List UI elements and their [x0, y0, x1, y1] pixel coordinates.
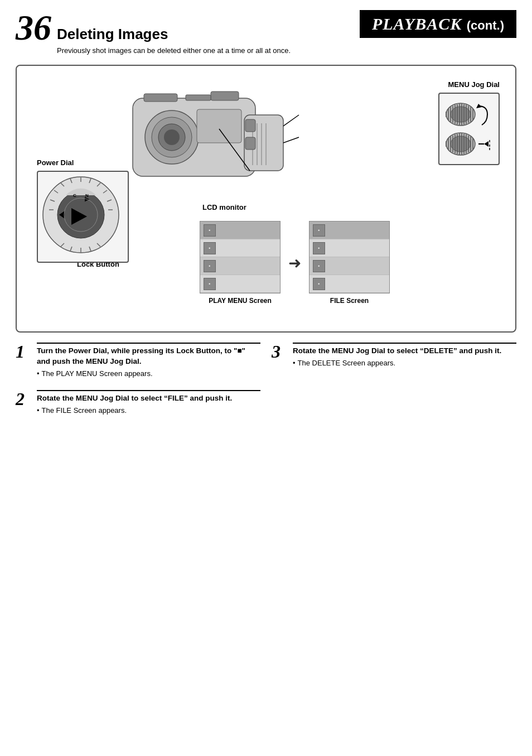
- file-thumb-3: ▪: [313, 260, 325, 272]
- section-cont: (cont.): [467, 18, 504, 32]
- svg-line-15: [283, 115, 299, 126]
- play-menu-screen: ▪ ▪ ▪ ▪: [200, 221, 280, 293]
- label-menu-jog: MENU Jog Dial: [448, 80, 500, 89]
- screen-row-3: ▪: [200, 257, 280, 275]
- file-row-1: ▪: [309, 221, 389, 239]
- camera-illustration: [99, 81, 300, 217]
- label-file-screen: FILE Screen: [309, 297, 390, 305]
- bullet-3: •: [293, 359, 296, 367]
- file-thumb-4: ▪: [313, 278, 325, 290]
- step-1: 1 Turn the Power Dial, while pressing it…: [16, 343, 260, 378]
- svg-rect-6: [197, 109, 241, 143]
- file-row-4: ▪: [309, 275, 389, 293]
- svg-point-60: [451, 136, 471, 152]
- bullet-1: •: [37, 369, 40, 378]
- file-screen: ▪ ▪ ▪ ▪: [309, 221, 390, 293]
- svg-text:N: N: [85, 193, 89, 198]
- step-3: 3 Rotate the MENU Jog Dial to select “DE…: [272, 343, 516, 367]
- screen-row-1: ▪: [200, 221, 280, 239]
- jog-dial-box: [438, 93, 500, 165]
- camera-area: Power Dial Lock Button LCD monitor MENU …: [27, 76, 505, 310]
- step-2-main: Rotate the MENU Jog Dial to select “FILE…: [37, 393, 260, 404]
- svg-point-5: [164, 129, 180, 145]
- step-1-main: Turn the Power Dial, while pressing its …: [37, 346, 260, 367]
- thumbnail-1: ▪: [204, 224, 216, 237]
- svg-line-16: [283, 137, 299, 143]
- thumbnail-4: ▪: [204, 278, 216, 290]
- svg-point-44: [451, 107, 471, 122]
- diagram-box: Power Dial Lock Button LCD monitor MENU …: [16, 65, 516, 333]
- step-2-number: 2: [16, 390, 31, 415]
- svg-rect-18: [186, 95, 211, 100]
- step-3-main: Rotate the MENU Jog Dial to select “DELE…: [293, 346, 516, 357]
- screen-arrow: ➜: [288, 254, 301, 272]
- step-3-detail: •The DELETE Screen appears.: [293, 359, 516, 367]
- svg-rect-7: [144, 94, 177, 102]
- section-title: PLAYBACK: [372, 15, 462, 33]
- steps-right-col: 3 Rotate the MENU Jog Dial to select “DE…: [272, 343, 516, 427]
- svg-marker-74: [484, 141, 489, 147]
- bullet-2: •: [37, 406, 40, 415]
- file-thumb-2: ▪: [313, 242, 325, 254]
- step-3-number: 3: [272, 343, 287, 367]
- screen-row-2: ▪: [200, 239, 280, 257]
- file-row-3: ▪: [309, 257, 389, 275]
- step-1-number: 1: [16, 343, 31, 378]
- svg-text:C: C: [73, 193, 76, 198]
- svg-rect-8: [211, 92, 239, 100]
- step-2: 2 Rotate the MENU Jog Dial to select “FI…: [16, 390, 260, 415]
- page-header: 36 Deleting Images Previously shot image…: [0, 0, 532, 55]
- page-title: Deleting Images: [57, 26, 360, 43]
- step-2-content: Rotate the MENU Jog Dial to select “FILE…: [37, 390, 260, 415]
- page-number: 36: [16, 10, 51, 46]
- label-power-dial: Power Dial: [37, 158, 74, 167]
- thumbnail-2: ▪: [204, 242, 216, 254]
- step-3-content: Rotate the MENU Jog Dial to select “DELE…: [293, 343, 516, 367]
- file-row-2: ▪: [309, 239, 389, 257]
- svg-rect-13: [245, 119, 255, 132]
- screen-row-4: ▪: [200, 275, 280, 293]
- thumbnail-3: ▪: [204, 260, 216, 272]
- section-header: PLAYBACK (cont.): [360, 10, 516, 38]
- power-dial-box: ▶ N C: [37, 171, 129, 263]
- screen-panels: ▪ ▪ ▪ ▪ PLAY MENU Screen: [200, 221, 390, 305]
- step-1-detail: •The PLAY MENU Screen appears.: [37, 369, 260, 378]
- steps-left-col: 1 Turn the Power Dial, while pressing it…: [16, 343, 260, 427]
- page-subtitle: Previously shot images can be deleted ei…: [57, 46, 360, 55]
- step-1-content: Turn the Power Dial, while pressing its …: [37, 343, 260, 378]
- file-thumb-1: ▪: [313, 224, 325, 237]
- page-title-block: Deleting Images Previously shot images c…: [51, 10, 360, 55]
- step-2-detail: •The FILE Screen appears.: [37, 406, 260, 415]
- steps-section: 1 Turn the Power Dial, while pressing it…: [0, 343, 532, 427]
- svg-rect-14: [245, 137, 255, 150]
- label-play-menu-screen: PLAY MENU Screen: [200, 297, 280, 305]
